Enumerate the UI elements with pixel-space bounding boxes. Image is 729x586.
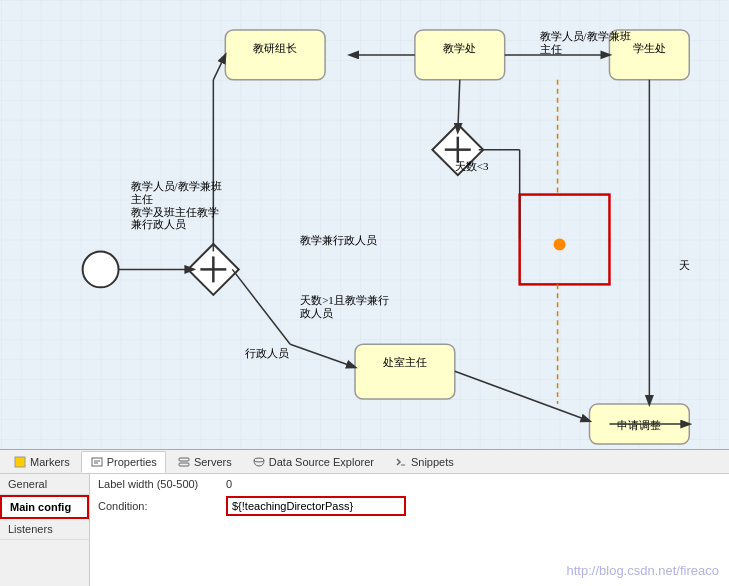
diagram-area[interactable]: 教研组长 教学处 学生处 处室主任 申请调整 <box>0 0 729 450</box>
properties-content: General Main config Listeners Label widt… <box>0 474 729 586</box>
svg-rect-11 <box>415 30 505 80</box>
tab-bar: Markers Properties Servers Data Source E… <box>0 450 729 474</box>
condition-input[interactable] <box>226 496 406 516</box>
svg-text:教学及班主任教学: 教学及班主任教学 <box>131 206 219 218</box>
svg-text:申请调整: 申请调整 <box>617 419 661 431</box>
props-main: Label width (50-500) 0 Condition: http:/… <box>90 474 729 586</box>
properties-icon <box>90 455 104 469</box>
svg-text:政人员: 政人员 <box>300 307 333 319</box>
svg-text:天数>1且教学兼行: 天数>1且教学兼行 <box>300 294 389 306</box>
svg-text:主任: 主任 <box>540 43 562 55</box>
snippets-icon <box>394 455 408 469</box>
svg-text:行政人员: 行政人员 <box>245 347 289 359</box>
svg-text:学生处: 学生处 <box>633 42 666 54</box>
condition-row: Condition: http://blog.csdn.net/fireaco <box>98 496 721 516</box>
bottom-panel: Markers Properties Servers Data Source E… <box>0 450 729 586</box>
svg-text:天数<3: 天数<3 <box>455 160 489 172</box>
marker-icon <box>13 455 27 469</box>
svg-text:教学处: 教学处 <box>443 42 476 54</box>
tab-snippets[interactable]: Snippets <box>385 451 463 473</box>
sidebar-general[interactable]: General <box>0 474 89 495</box>
svg-text:教学兼行政人员: 教学兼行政人员 <box>300 234 377 246</box>
svg-text:教学人员/教学兼班: 教学人员/教学兼班 <box>540 30 631 42</box>
svg-rect-49 <box>92 458 102 466</box>
svg-text:处室主任: 处室主任 <box>383 356 427 368</box>
svg-text:教研组长: 教研组长 <box>253 42 297 54</box>
svg-text:兼行政人员: 兼行政人员 <box>131 218 186 230</box>
tab-servers[interactable]: Servers <box>168 451 241 473</box>
label-width-value: 0 <box>226 478 232 490</box>
label-width-label: Label width (50-500) <box>98 478 218 490</box>
sidebar-mainconfig[interactable]: Main config <box>0 495 89 519</box>
svg-rect-48 <box>15 457 25 467</box>
svg-point-54 <box>254 458 264 462</box>
svg-rect-52 <box>179 458 189 461</box>
props-sidebar: General Main config Listeners <box>0 474 90 586</box>
svg-point-20 <box>554 238 566 250</box>
tab-markers[interactable]: Markers <box>4 451 79 473</box>
tab-properties[interactable]: Properties <box>81 451 166 473</box>
svg-text:天: 天 <box>679 259 690 271</box>
svg-text:主任: 主任 <box>131 193 153 205</box>
sidebar-listeners[interactable]: Listeners <box>0 519 89 540</box>
label-width-row: Label width (50-500) 0 <box>98 478 721 490</box>
tab-datasource[interactable]: Data Source Explorer <box>243 451 383 473</box>
server-icon <box>177 455 191 469</box>
svg-rect-53 <box>179 463 189 466</box>
datasource-icon <box>252 455 266 469</box>
condition-label: Condition: <box>98 500 218 512</box>
svg-rect-15 <box>355 344 455 399</box>
watermark-text: http://blog.csdn.net/fireaco <box>567 563 719 578</box>
svg-rect-9 <box>225 30 325 80</box>
svg-text:教学人员/教学兼班: 教学人员/教学兼班 <box>131 180 222 192</box>
svg-point-2 <box>83 251 119 287</box>
